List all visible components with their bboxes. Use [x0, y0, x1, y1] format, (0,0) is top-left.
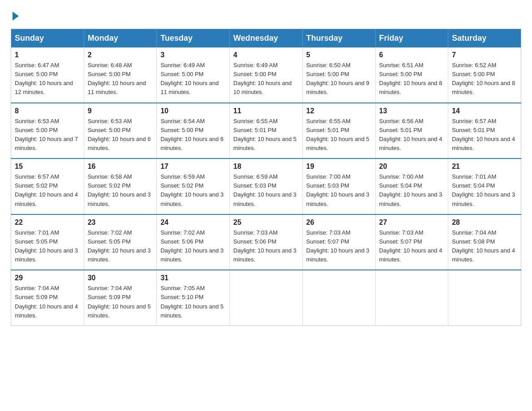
- day-number: 6: [379, 51, 445, 59]
- weekday-header-thursday: Thursday: [302, 29, 375, 48]
- logo: [11, 11, 19, 20]
- day-info: Sunrise: 6:54 AMSunset: 5:00 PMDaylight:…: [160, 117, 226, 153]
- day-number: 29: [15, 274, 80, 282]
- day-number: 3: [160, 51, 226, 59]
- day-info: Sunrise: 7:04 AMSunset: 5:08 PMDaylight:…: [452, 228, 517, 265]
- calendar-day-cell: [230, 270, 303, 325]
- calendar-day-cell: 23 Sunrise: 7:02 AMSunset: 5:05 PMDaylig…: [84, 214, 157, 270]
- day-info: Sunrise: 7:01 AMSunset: 5:04 PMDaylight:…: [452, 172, 517, 209]
- day-number: 25: [233, 218, 299, 227]
- weekday-header-tuesday: Tuesday: [157, 29, 230, 48]
- day-info: Sunrise: 6:55 AMSunset: 5:01 PMDaylight:…: [306, 117, 372, 153]
- day-number: 23: [88, 218, 153, 227]
- weekday-header-monday: Monday: [84, 29, 157, 48]
- day-info: Sunrise: 6:49 AMSunset: 5:00 PMDaylight:…: [160, 61, 226, 97]
- calendar-day-cell: 27 Sunrise: 7:03 AMSunset: 5:07 PMDaylig…: [375, 214, 448, 270]
- day-info: Sunrise: 6:59 AMSunset: 5:03 PMDaylight:…: [233, 172, 299, 209]
- day-info: Sunrise: 6:58 AMSunset: 5:02 PMDaylight:…: [88, 172, 153, 209]
- calendar-day-cell: 8 Sunrise: 6:53 AMSunset: 5:00 PMDayligh…: [11, 103, 84, 159]
- calendar-table: SundayMondayTuesdayWednesdayThursdayFrid…: [11, 29, 521, 326]
- day-info: Sunrise: 6:48 AMSunset: 5:00 PMDaylight:…: [88, 61, 153, 97]
- day-number: 20: [379, 163, 445, 171]
- day-number: 15: [15, 163, 80, 171]
- calendar-day-cell: 31 Sunrise: 7:05 AMSunset: 5:10 PMDaylig…: [157, 270, 230, 325]
- day-number: 16: [88, 163, 153, 171]
- calendar-day-cell: 26 Sunrise: 7:03 AMSunset: 5:07 PMDaylig…: [302, 214, 375, 270]
- day-info: Sunrise: 7:00 AMSunset: 5:04 PMDaylight:…: [379, 172, 445, 209]
- day-info: Sunrise: 7:02 AMSunset: 5:05 PMDaylight:…: [88, 228, 153, 265]
- day-info: Sunrise: 6:53 AMSunset: 5:00 PMDaylight:…: [15, 117, 80, 153]
- calendar-day-cell: 17 Sunrise: 6:59 AMSunset: 5:02 PMDaylig…: [157, 158, 230, 214]
- day-info: Sunrise: 6:50 AMSunset: 5:00 PMDaylight:…: [306, 61, 372, 97]
- calendar-day-cell: 1 Sunrise: 6:47 AMSunset: 5:00 PMDayligh…: [11, 47, 84, 103]
- calendar-header-row: SundayMondayTuesdayWednesdayThursdayFrid…: [11, 29, 521, 48]
- day-info: Sunrise: 6:53 AMSunset: 5:00 PMDaylight:…: [88, 117, 153, 153]
- calendar-week-row: 15 Sunrise: 6:57 AMSunset: 5:02 PMDaylig…: [11, 158, 521, 214]
- day-number: 12: [306, 107, 372, 115]
- calendar-week-row: 22 Sunrise: 7:01 AMSunset: 5:05 PMDaylig…: [11, 214, 521, 270]
- calendar-day-cell: 12 Sunrise: 6:55 AMSunset: 5:01 PMDaylig…: [302, 103, 375, 159]
- calendar-day-cell: 22 Sunrise: 7:01 AMSunset: 5:05 PMDaylig…: [11, 214, 84, 270]
- weekday-header-wednesday: Wednesday: [230, 29, 303, 48]
- calendar-week-row: 29 Sunrise: 7:04 AMSunset: 5:09 PMDaylig…: [11, 270, 521, 325]
- day-info: Sunrise: 7:05 AMSunset: 5:10 PMDaylight:…: [160, 284, 226, 320]
- calendar-week-row: 1 Sunrise: 6:47 AMSunset: 5:00 PMDayligh…: [11, 47, 521, 103]
- weekday-header-sunday: Sunday: [11, 29, 84, 48]
- day-number: 31: [160, 274, 226, 282]
- calendar-week-row: 8 Sunrise: 6:53 AMSunset: 5:00 PMDayligh…: [11, 103, 521, 159]
- day-number: 7: [452, 51, 517, 59]
- day-info: Sunrise: 6:59 AMSunset: 5:02 PMDaylight:…: [160, 172, 226, 209]
- calendar-day-cell: [448, 270, 521, 325]
- day-info: Sunrise: 7:03 AMSunset: 5:07 PMDaylight:…: [379, 228, 445, 265]
- calendar-day-cell: 3 Sunrise: 6:49 AMSunset: 5:00 PMDayligh…: [157, 47, 230, 103]
- day-info: Sunrise: 6:56 AMSunset: 5:01 PMDaylight:…: [379, 117, 445, 153]
- day-number: 27: [379, 218, 445, 227]
- calendar-day-cell: 9 Sunrise: 6:53 AMSunset: 5:00 PMDayligh…: [84, 103, 157, 159]
- day-number: 22: [15, 218, 80, 227]
- page-header: [11, 11, 521, 20]
- day-info: Sunrise: 7:04 AMSunset: 5:09 PMDaylight:…: [88, 284, 153, 320]
- calendar-day-cell: 15 Sunrise: 6:57 AMSunset: 5:02 PMDaylig…: [11, 158, 84, 214]
- calendar-day-cell: 7 Sunrise: 6:52 AMSunset: 5:00 PMDayligh…: [448, 47, 521, 103]
- calendar-day-cell: 2 Sunrise: 6:48 AMSunset: 5:00 PMDayligh…: [84, 47, 157, 103]
- calendar-day-cell: 20 Sunrise: 7:00 AMSunset: 5:04 PMDaylig…: [375, 158, 448, 214]
- calendar-day-cell: 21 Sunrise: 7:01 AMSunset: 5:04 PMDaylig…: [448, 158, 521, 214]
- day-number: 30: [88, 274, 153, 282]
- day-info: Sunrise: 6:55 AMSunset: 5:01 PMDaylight:…: [233, 117, 299, 153]
- day-number: 24: [160, 218, 226, 227]
- day-number: 8: [15, 107, 80, 115]
- day-number: 18: [233, 163, 299, 171]
- weekday-header-friday: Friday: [375, 29, 448, 48]
- calendar-day-cell: 28 Sunrise: 7:04 AMSunset: 5:08 PMDaylig…: [448, 214, 521, 270]
- day-info: Sunrise: 6:51 AMSunset: 5:00 PMDaylight:…: [379, 61, 445, 97]
- calendar-day-cell: 30 Sunrise: 7:04 AMSunset: 5:09 PMDaylig…: [84, 270, 157, 325]
- day-number: 17: [160, 163, 226, 171]
- calendar-day-cell: 16 Sunrise: 6:58 AMSunset: 5:02 PMDaylig…: [84, 158, 157, 214]
- day-info: Sunrise: 7:02 AMSunset: 5:06 PMDaylight:…: [160, 228, 226, 265]
- calendar-day-cell: 4 Sunrise: 6:49 AMSunset: 5:00 PMDayligh…: [230, 47, 303, 103]
- calendar-day-cell: 29 Sunrise: 7:04 AMSunset: 5:09 PMDaylig…: [11, 270, 84, 325]
- day-info: Sunrise: 6:52 AMSunset: 5:00 PMDaylight:…: [452, 61, 517, 97]
- day-number: 13: [379, 107, 445, 115]
- calendar-day-cell: 5 Sunrise: 6:50 AMSunset: 5:00 PMDayligh…: [302, 47, 375, 103]
- calendar-day-cell: [302, 270, 375, 325]
- day-number: 2: [88, 51, 153, 59]
- calendar-day-cell: 19 Sunrise: 7:00 AMSunset: 5:03 PMDaylig…: [302, 158, 375, 214]
- calendar-day-cell: [375, 270, 448, 325]
- day-info: Sunrise: 6:47 AMSunset: 5:00 PMDaylight:…: [15, 61, 80, 97]
- day-info: Sunrise: 6:57 AMSunset: 5:01 PMDaylight:…: [452, 117, 517, 153]
- calendar-day-cell: 6 Sunrise: 6:51 AMSunset: 5:00 PMDayligh…: [375, 47, 448, 103]
- weekday-header-saturday: Saturday: [448, 29, 521, 48]
- day-number: 14: [452, 107, 517, 115]
- day-info: Sunrise: 7:00 AMSunset: 5:03 PMDaylight:…: [306, 172, 372, 209]
- day-number: 11: [233, 107, 299, 115]
- day-number: 19: [306, 163, 372, 171]
- day-info: Sunrise: 7:04 AMSunset: 5:09 PMDaylight:…: [15, 284, 80, 320]
- calendar-day-cell: 18 Sunrise: 6:59 AMSunset: 5:03 PMDaylig…: [230, 158, 303, 214]
- day-number: 21: [452, 163, 517, 171]
- day-info: Sunrise: 6:57 AMSunset: 5:02 PMDaylight:…: [15, 172, 80, 209]
- day-number: 28: [452, 218, 517, 227]
- day-number: 9: [88, 107, 153, 115]
- calendar-day-cell: 24 Sunrise: 7:02 AMSunset: 5:06 PMDaylig…: [157, 214, 230, 270]
- calendar-day-cell: 14 Sunrise: 6:57 AMSunset: 5:01 PMDaylig…: [448, 103, 521, 159]
